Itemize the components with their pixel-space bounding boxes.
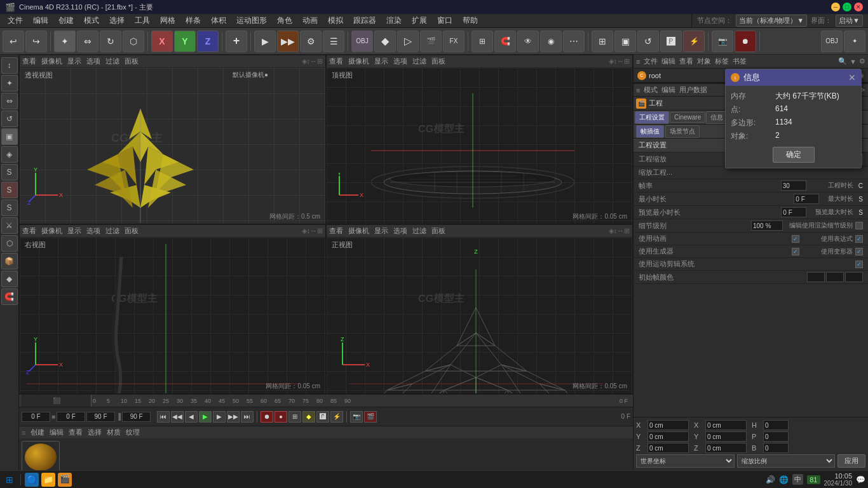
vp-camera-perspective[interactable]: 摄像机 — [41, 57, 62, 66]
sidebar-snap[interactable]: ◈ — [1, 146, 18, 163]
solo-btn[interactable]: ◉ — [540, 30, 562, 52]
vp-filter-top[interactable]: 过滤 — [412, 57, 426, 66]
rotate-tool[interactable]: ↻ — [100, 30, 121, 52]
move-tool[interactable]: ✦ — [54, 30, 76, 52]
mode-mesh[interactable]: ✦ — [844, 30, 865, 52]
grid-btn[interactable]: ⊞ — [471, 30, 493, 52]
fps-input[interactable] — [781, 180, 806, 191]
vp-display-perspective[interactable]: 显示 — [67, 57, 81, 66]
viewport-right[interactable]: 查看 摄像机 显示 选项 过滤 面板 ◈↕↔⊞ CG模型主 — [19, 224, 326, 394]
menu-mograph[interactable]: 运动图形 — [231, 14, 272, 27]
filter-icon[interactable]: ▼ — [850, 58, 857, 65]
sidebar-s3[interactable]: S — [1, 200, 18, 216]
step-back-btn[interactable]: ◀ — [185, 411, 198, 423]
coord-y-pos[interactable] — [648, 431, 689, 442]
coord-h-rot[interactable] — [763, 420, 789, 430]
menu-tools[interactable]: 工具 — [130, 14, 155, 27]
visibility-btn[interactable]: 👁 — [517, 30, 539, 52]
taskbar-volume[interactable]: 🔊 — [766, 475, 775, 484]
props-edit[interactable]: 编辑 — [661, 85, 675, 95]
mintime-input[interactable] — [794, 194, 819, 204]
snap-btn[interactable]: 🧲 — [494, 30, 516, 52]
extra-btn2[interactable]: ▣ — [614, 30, 636, 52]
taskbar-browser[interactable]: 🔵 — [25, 473, 39, 487]
render-tl-btn[interactable]: 🎬 — [364, 411, 377, 423]
vp-display-front[interactable]: 显示 — [374, 226, 388, 236]
scale-tool[interactable]: ⇔ — [77, 30, 98, 52]
scene-object-menu[interactable]: 对象 — [697, 57, 711, 66]
coord-x-pos[interactable] — [648, 420, 689, 430]
vp-panel-front[interactable]: 面板 — [431, 226, 445, 236]
fx-mode-btn[interactable]: ⚡ — [330, 411, 343, 423]
extra-btn1[interactable]: ⊞ — [592, 30, 613, 52]
transform-tool[interactable]: ⬡ — [123, 30, 144, 52]
start-button[interactable]: ⊞ — [3, 473, 17, 487]
render-active[interactable]: ▶▶ — [277, 30, 299, 52]
key-mode-btn[interactable]: 🅿 — [316, 411, 329, 423]
prev-frame-btn[interactable]: ◀◀ — [171, 411, 184, 423]
sidebar-snap2[interactable]: 🧲 — [1, 288, 18, 305]
sidebar-knife[interactable]: ⚔ — [1, 217, 18, 234]
usedeform-checkbox[interactable] — [855, 248, 863, 255]
max-frame-input[interactable] — [86, 412, 115, 422]
usegen-checkbox[interactable] — [792, 248, 799, 255]
animate-btn[interactable]: ▷ — [397, 30, 419, 52]
menu-edit[interactable]: 编辑 — [28, 14, 53, 27]
scene-btn[interactable]: 🎬 — [420, 30, 442, 52]
menu-render[interactable]: 渲染 — [381, 14, 407, 27]
undo-button[interactable]: ↩ — [3, 30, 24, 52]
step-forward-btn[interactable]: ▶ — [213, 411, 226, 423]
sidebar-obj[interactable]: 📦 — [1, 253, 18, 269]
frame-total-input[interactable] — [122, 412, 151, 422]
mat-create[interactable]: 创建 — [31, 428, 44, 437]
vp-filter-front[interactable]: 过滤 — [412, 226, 426, 236]
scene-view-menu[interactable]: 查看 — [679, 57, 693, 66]
record-auto-btn[interactable]: ⏺ — [261, 411, 273, 423]
sub-tab-scene[interactable]: 场景节点 — [665, 125, 700, 138]
taskbar-lang[interactable]: 中 — [792, 474, 803, 485]
vp-options-front[interactable]: 选项 — [393, 226, 407, 236]
goto-start-btn[interactable]: ⏮ — [157, 411, 170, 423]
scene-menu-icon[interactable]: ≡ — [636, 58, 640, 65]
mat-select[interactable]: 选择 — [88, 428, 102, 437]
coord-z-size[interactable] — [705, 443, 747, 453]
coord-y-size[interactable] — [705, 431, 747, 442]
props-menu-icon[interactable]: ≡ — [636, 86, 640, 94]
color-g[interactable] — [826, 272, 844, 282]
vp-display-top[interactable]: 显示 — [374, 57, 388, 66]
menu-character[interactable]: 角色 — [272, 14, 297, 27]
vp-camera-top[interactable]: 摄像机 — [348, 57, 369, 66]
vp-panel-perspective[interactable]: 面板 — [125, 57, 139, 66]
scene-bookmark-menu[interactable]: 书签 — [733, 57, 747, 66]
menu-extend[interactable]: 扩展 — [407, 14, 432, 27]
capture-btn[interactable]: 📷 — [712, 30, 733, 52]
nodespace-current[interactable]: 当前（标准/物理）▼ — [736, 15, 807, 27]
vp-view-top[interactable]: 查看 — [329, 57, 343, 66]
sidebar-s2[interactable]: S — [1, 182, 18, 198]
close-button[interactable]: ✕ — [854, 3, 863, 11]
vp-display-right[interactable]: 显示 — [67, 226, 81, 236]
render-preview[interactable]: ▶ — [254, 30, 276, 52]
menu-help[interactable]: 帮助 — [458, 14, 483, 27]
search-icon[interactable]: 🔍 — [838, 57, 847, 65]
vp-options-right[interactable]: 选项 — [86, 226, 100, 236]
x-axis-btn[interactable]: X — [151, 30, 173, 52]
motion-path-btn[interactable]: ⊞ — [288, 411, 301, 423]
menu-mesh[interactable]: 网格 — [155, 14, 180, 27]
sidebar-mat[interactable]: ◆ — [1, 271, 18, 287]
sidebar-arrow[interactable]: ↕ — [1, 57, 18, 74]
coord-z-pos[interactable] — [648, 443, 689, 453]
goto-end-btn[interactable]: ⏭ — [241, 411, 254, 423]
add-object-btn[interactable]: + — [226, 30, 247, 52]
extra-btn5[interactable]: ⚡ — [683, 30, 705, 52]
scene-edit-menu[interactable]: 编辑 — [661, 57, 675, 66]
mat-view[interactable]: 查看 — [69, 428, 83, 437]
render-queue[interactable]: ☰ — [323, 30, 344, 52]
vp-filter-perspective[interactable]: 过滤 — [105, 57, 119, 66]
menu-animation[interactable]: 动画 — [297, 14, 323, 27]
color-r[interactable] — [807, 272, 825, 282]
vp-view-right[interactable]: 查看 — [22, 226, 36, 236]
props-userdata[interactable]: 用户数据 — [679, 85, 707, 95]
taskbar-explorer[interactable]: 📁 — [41, 473, 55, 487]
taskbar-cinema4d[interactable]: 🎬 — [58, 473, 72, 487]
